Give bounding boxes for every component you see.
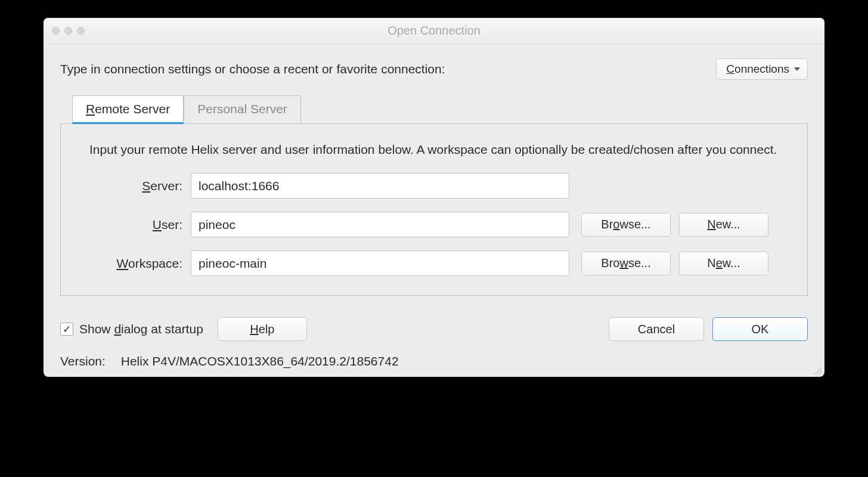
tab-personal-server[interactable]: Personal Server	[184, 95, 301, 124]
dialog-buttons: Cancel OK	[609, 317, 808, 341]
instruction-text: Type in connection settings or choose a …	[60, 62, 445, 76]
close-icon[interactable]	[52, 27, 60, 35]
workspace-row: Workspace: Browse... New...	[89, 250, 779, 276]
help-button[interactable]: Help	[218, 317, 307, 341]
bottom-row: ✓ Show dialog at startup Help Cancel OK	[60, 317, 808, 341]
connections-mnemonic: C	[726, 63, 734, 75]
server-row: Server:	[89, 173, 779, 199]
user-input[interactable]	[191, 212, 569, 237]
version-label: Version:	[60, 354, 106, 368]
minimize-icon[interactable]	[64, 27, 72, 35]
user-label: User:	[89, 218, 191, 232]
chevron-down-icon	[794, 67, 800, 71]
new-workspace-button[interactable]: New...	[679, 252, 768, 275]
workspace-buttons: Browse... New...	[581, 252, 768, 275]
open-connection-window: Open Connection Type in connection setti…	[44, 18, 824, 377]
tab-remote-server[interactable]: Remote Server	[72, 95, 184, 124]
dialog-content: Type in connection settings or choose a …	[44, 44, 824, 377]
user-buttons: Browse... New...	[581, 213, 768, 237]
tab-remote-mnemonic: R	[86, 102, 95, 116]
tab-remote-rest: emote Server	[95, 102, 170, 116]
browse-user-button[interactable]: Browse...	[581, 213, 671, 237]
traffic-lights	[44, 27, 85, 35]
workspace-input[interactable]	[191, 250, 569, 276]
ok-button[interactable]: OK	[712, 317, 808, 341]
zoom-icon[interactable]	[77, 27, 85, 35]
connections-label-rest: onnections	[734, 63, 789, 75]
version-value: Helix P4V/MACOSX1013X86_64/2019.2/185674…	[121, 354, 399, 368]
panel-description: Input your remote Helix server and user …	[89, 141, 779, 159]
top-row: Type in connection settings or choose a …	[60, 58, 808, 80]
server-label: Server:	[89, 179, 191, 193]
tabs: Remote Server Personal Server	[72, 95, 808, 124]
show-dialog-checkbox[interactable]: ✓	[60, 323, 73, 336]
version-row: Version: Helix P4V/MACOSX1013X86_64/2019…	[60, 354, 808, 368]
show-dialog-checkbox-wrap: ✓ Show dialog at startup	[60, 322, 203, 336]
tabs-container: Remote Server Personal Server	[72, 95, 808, 124]
user-row: User: Browse... New...	[89, 212, 779, 237]
titlebar: Open Connection	[44, 18, 824, 44]
connections-dropdown[interactable]: Connections	[716, 58, 808, 80]
remote-server-panel: Input your remote Helix server and user …	[60, 123, 808, 296]
workspace-label: Workspace:	[89, 256, 191, 271]
window-title: Open Connection	[44, 24, 824, 38]
cancel-button[interactable]: Cancel	[609, 317, 704, 341]
show-dialog-label: Show dialog at startup	[79, 322, 203, 336]
browse-workspace-button[interactable]: Browse...	[581, 252, 671, 275]
server-input[interactable]	[191, 173, 569, 199]
resize-grip-icon[interactable]	[814, 366, 822, 374]
new-user-button[interactable]: New...	[679, 213, 768, 237]
